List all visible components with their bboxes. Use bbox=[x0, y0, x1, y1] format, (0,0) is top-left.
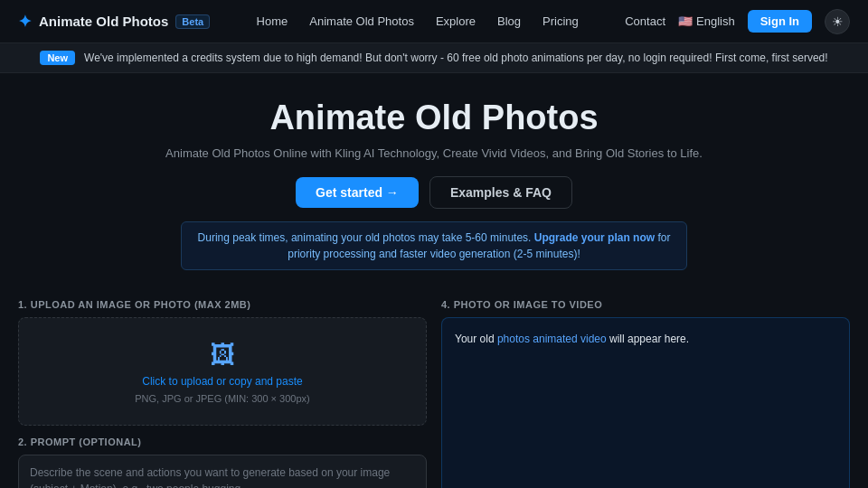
peak-notice: During peak times, animating your old ph… bbox=[181, 221, 687, 270]
flag-icon: 🇺🇸 bbox=[678, 14, 693, 28]
upgrade-link[interactable]: Upgrade your plan now bbox=[534, 231, 655, 244]
nav-language[interactable]: 🇺🇸 English bbox=[678, 14, 735, 28]
announcement-banner: New We've implemented a credits system d… bbox=[0, 43, 868, 73]
video-output-area: Your old photos animated video will appe… bbox=[441, 317, 850, 488]
hero-subtitle: Animate Old Photos Online with Kling AI … bbox=[18, 146, 850, 160]
banner-message: We've implemented a credits system due t… bbox=[84, 52, 828, 64]
output-label: 4. PHOTO OR IMAGE TO VIDEO bbox=[441, 299, 850, 310]
upload-icon: 🖼 bbox=[210, 340, 235, 370]
signin-button[interactable]: Sign In bbox=[748, 10, 812, 33]
prompt-label: 2. PROMPT (OPTIONAL) bbox=[18, 436, 427, 447]
hero-section: Animate Old Photos Animate Old Photos On… bbox=[0, 73, 868, 299]
hero-buttons: Get started → Examples & FAQ bbox=[18, 176, 850, 209]
upload-label: 1. UPLOAD AN IMAGE OR PHOTO (MAX 2MB) bbox=[18, 299, 427, 310]
main-grid: 1. UPLOAD AN IMAGE OR PHOTO (MAX 2MB) 🖼 … bbox=[0, 299, 868, 488]
right-column: 4. PHOTO OR IMAGE TO VIDEO Your old phot… bbox=[441, 299, 850, 488]
prompt-textarea[interactable] bbox=[18, 455, 427, 488]
get-started-button[interactable]: Get started → bbox=[296, 177, 419, 208]
upload-format-text: PNG, JPG or JPEG (MIN: 300 × 300px) bbox=[135, 393, 309, 404]
hero-title: Animate Old Photos bbox=[18, 99, 850, 137]
nav-logo[interactable]: ✦ Animate Old Photos Beta bbox=[18, 12, 210, 32]
nav-right: Contact 🇺🇸 English Sign In ☀ bbox=[625, 9, 850, 34]
left-column: 1. UPLOAD AN IMAGE OR PHOTO (MAX 2MB) 🖼 … bbox=[18, 299, 427, 488]
nav-animate[interactable]: Animate Old Photos bbox=[309, 14, 414, 28]
nav-links: Home Animate Old Photos Explore Blog Pri… bbox=[257, 14, 579, 28]
peak-notice-text: During peak times, animating your old ph… bbox=[198, 231, 671, 260]
upload-area[interactable]: 🖼 Click to upload or copy and paste PNG,… bbox=[18, 317, 427, 426]
theme-toggle-button[interactable]: ☀ bbox=[825, 9, 850, 34]
examples-button[interactable]: Examples & FAQ bbox=[429, 176, 572, 209]
nav-pricing[interactable]: Pricing bbox=[542, 14, 579, 28]
new-badge: New bbox=[40, 51, 75, 65]
nav-home[interactable]: Home bbox=[257, 14, 288, 28]
nav-blog[interactable]: Blog bbox=[497, 14, 521, 28]
video-placeholder: Your old photos animated video will appe… bbox=[455, 331, 689, 347]
prompt-section: 2. PROMPT (OPTIONAL) bbox=[18, 436, 427, 488]
nav-contact[interactable]: Contact bbox=[625, 14, 665, 28]
nav-explore[interactable]: Explore bbox=[436, 14, 476, 28]
upload-text: Click to upload or copy and paste bbox=[142, 375, 302, 388]
navbar: ✦ Animate Old Photos Beta Home Animate O… bbox=[0, 0, 868, 43]
logo-icon: ✦ bbox=[18, 12, 32, 32]
logo-text: Animate Old Photos bbox=[39, 14, 168, 29]
click-to-upload[interactable]: Click to upload bbox=[142, 375, 213, 388]
upload-or-text: or copy and paste bbox=[216, 375, 302, 388]
beta-badge: Beta bbox=[175, 14, 210, 29]
